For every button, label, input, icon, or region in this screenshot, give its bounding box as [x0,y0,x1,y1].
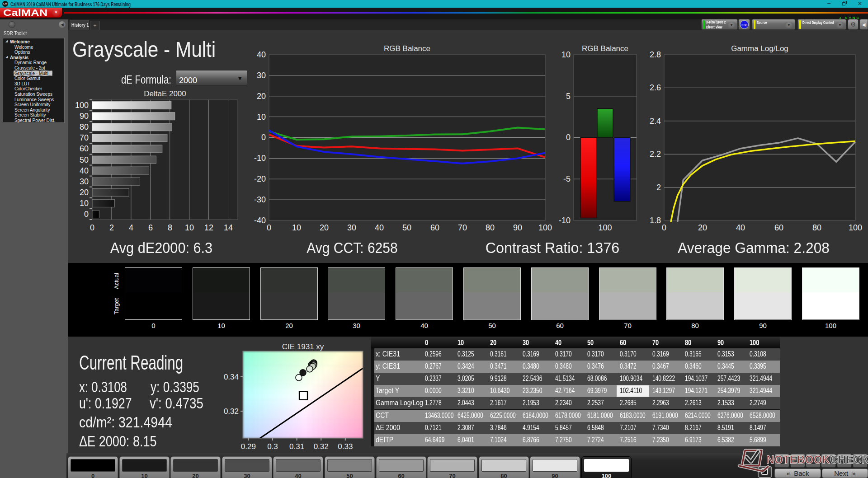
svg-text:0.33: 0.33 [338,442,353,451]
svg-text:0.34: 0.34 [224,373,239,381]
svg-text:0.32: 0.32 [314,442,329,451]
svg-text:0.32: 0.32 [224,407,239,416]
svg-text:0.29: 0.29 [241,442,256,451]
svg-text:0.3: 0.3 [267,442,278,451]
svg-text:0.31: 0.31 [289,442,304,451]
